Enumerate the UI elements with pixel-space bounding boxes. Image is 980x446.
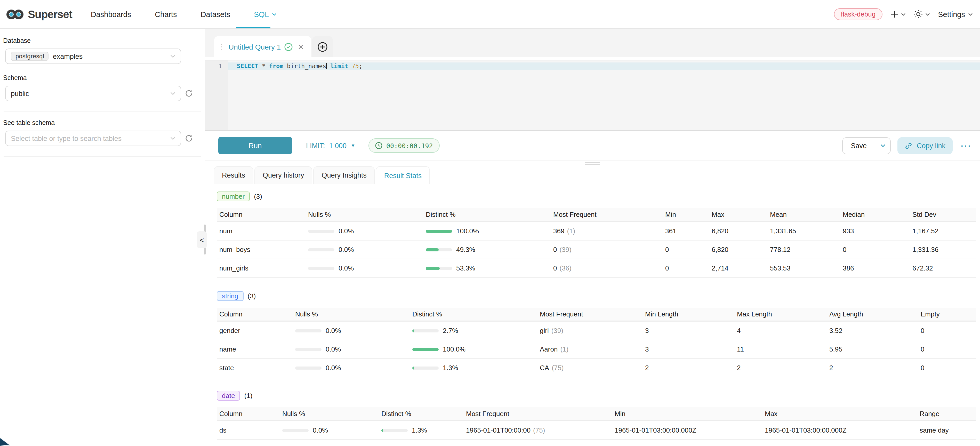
stat-cell-value: 2: [737, 364, 829, 372]
value-count: (75): [552, 364, 563, 372]
column-header: Nulls %: [282, 410, 381, 417]
sql-token: SELECT: [237, 62, 258, 70]
column-header: Min: [615, 410, 765, 417]
stat-cell-column-name: ds: [220, 426, 282, 434]
strip-gap: [205, 57, 980, 60]
nav-item-charts[interactable]: Charts: [155, 10, 177, 18]
mini-progress-bar: [426, 229, 452, 233]
value-count: (39): [559, 246, 571, 253]
sql-token: ;: [359, 62, 363, 70]
query-tab-label: Untitled Query 1: [229, 43, 281, 51]
superset-infinity-icon: [6, 8, 24, 21]
sql-editor[interactable]: 1 SELECT * from birth_names limit 75;: [205, 60, 980, 131]
type-badge-date: date: [217, 391, 240, 401]
stat-cell-bar: 0.0%: [308, 227, 426, 235]
stat-cell-value: 1,331.36: [912, 246, 976, 253]
database-select[interactable]: postgresql examples: [5, 49, 181, 64]
stat-cell-value: 0: [921, 327, 976, 334]
stat-cell-value: 0: [665, 246, 712, 253]
badge-row: string(3): [217, 291, 976, 301]
stat-cell-column-name: gender: [220, 327, 295, 334]
settings-menu[interactable]: Settings: [938, 10, 973, 18]
refresh-tables-icon[interactable]: [185, 134, 193, 142]
stat-cell-column-name: num: [220, 227, 308, 235]
stat-cell-value: 0: [921, 345, 976, 353]
active-nav-underline: [236, 27, 270, 29]
close-tab-icon[interactable]: ✕: [298, 43, 304, 51]
type-badge-number: number: [217, 191, 250, 201]
theme-toggle[interactable]: [914, 10, 930, 19]
stat-cell-value: 2: [829, 364, 921, 372]
table-header-row: ColumnNulls %Distinct %Most FrequentMinM…: [217, 208, 976, 222]
drag-handle-icon[interactable]: ⋮: [218, 44, 225, 49]
stat-cell-bar: 49.3%: [426, 246, 553, 253]
new-query-tab-button[interactable]: [312, 36, 333, 57]
settings-label: Settings: [938, 10, 965, 18]
stat-table-string: ColumnNulls %Distinct %Most FrequentMin …: [217, 307, 976, 378]
result-tab-results[interactable]: Results: [214, 166, 253, 184]
stat-cell-bar: 0.0%: [295, 345, 412, 353]
table-row: state0.0%1.3%CA(75)2220: [217, 359, 976, 378]
percent-label: 0.0%: [326, 327, 341, 334]
schema-select[interactable]: public: [5, 86, 181, 101]
column-header: Column: [220, 210, 308, 218]
collapse-sidebar-button[interactable]: <: [197, 231, 207, 248]
type-badge-string: string: [217, 291, 243, 301]
result-tab-query-insights[interactable]: Query Insights: [313, 166, 375, 184]
save-options-caret[interactable]: [875, 138, 891, 154]
superset-logo[interactable]: Superset: [6, 8, 72, 21]
mini-progress-bar: [412, 329, 439, 332]
stat-cell-value: 0: [921, 364, 976, 372]
chevron-down-icon: [170, 92, 175, 95]
stat-cell-bar: 100.0%: [412, 345, 540, 353]
table-row: num_girls0.0%53.3%0(36)02,714553.5338667…: [217, 259, 976, 278]
clock-icon: [375, 142, 383, 149]
copy-link-button[interactable]: Copy link: [898, 137, 953, 154]
stat-cell-bar: 100.0%: [426, 227, 553, 235]
refresh-schemas-icon[interactable]: [185, 89, 193, 97]
new-item-button[interactable]: [891, 10, 905, 18]
table-schema-label: See table schema: [3, 119, 204, 126]
column-header: Column: [220, 310, 295, 318]
result-tab-result-stats[interactable]: Result Stats: [376, 166, 430, 184]
resize-handle[interactable]: [205, 161, 980, 166]
column-count: (3): [248, 292, 256, 300]
mini-progress-bar: [295, 329, 321, 332]
table-row: num_boys0.0%49.3%0(39)06,820778.1201,331…: [217, 241, 976, 259]
badge-row: date(1): [217, 391, 976, 401]
run-button[interactable]: Run: [218, 137, 292, 155]
result-tab-query-history[interactable]: Query history: [255, 166, 312, 184]
stat-section-number: number(3)ColumnNulls %Distinct %Most Fre…: [217, 191, 976, 278]
print-margin-line: [535, 61, 535, 130]
column-header: Nulls %: [295, 310, 412, 318]
stat-cell-value: 933: [843, 227, 912, 235]
mini-progress-bar: [426, 267, 452, 270]
value: 0: [553, 264, 557, 272]
sql-token: *: [258, 62, 269, 70]
column-header: Nulls %: [308, 210, 426, 218]
query-tab[interactable]: ⋮ Untitled Query 1 ✕: [214, 36, 311, 57]
stat-cell-value: 1,167.52: [912, 227, 976, 235]
value-count: (75): [533, 426, 545, 434]
save-split-button[interactable]: Save: [842, 137, 891, 154]
stat-cell-bar: 0.0%: [295, 364, 412, 372]
column-count: (3): [254, 193, 262, 200]
more-actions-button[interactable]: ···: [961, 141, 972, 150]
stat-cell-value: 1965-01-01T03:00:00.000Z: [765, 426, 920, 434]
nav-item-sql[interactable]: SQL: [254, 10, 277, 18]
table-select[interactable]: Select table or type to search tables: [5, 131, 181, 146]
save-button[interactable]: Save: [842, 138, 875, 154]
nav-item-datasets[interactable]: Datasets: [201, 10, 230, 18]
stat-cell-value: 386: [843, 264, 912, 272]
sun-icon: [914, 10, 923, 19]
limit-dropdown[interactable]: LIMIT: 1 000 ▼: [306, 142, 355, 150]
column-header: Distinct %: [426, 210, 553, 218]
stat-cell-value: 1,331.65: [770, 227, 843, 235]
stat-section-date: date(1)ColumnNulls %Distinct %Most Frequ…: [217, 391, 976, 440]
database-value: examples: [53, 53, 83, 60]
value: Aaron: [540, 345, 558, 353]
nav-item-dashboards[interactable]: Dashboards: [91, 10, 131, 18]
stat-cell-bar: 0.0%: [308, 264, 426, 272]
stat-cell-bar: 1.3%: [381, 426, 466, 434]
schema-value: public: [11, 89, 29, 97]
